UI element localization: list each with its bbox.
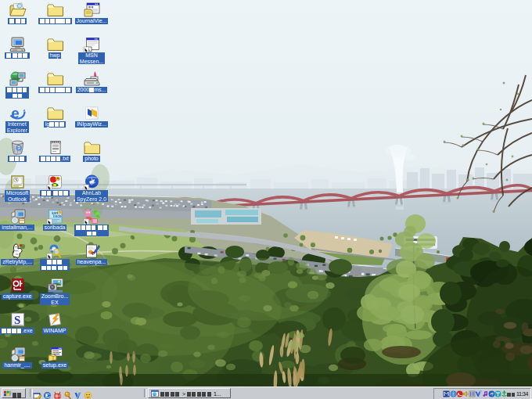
svg-text:S: S <box>14 314 20 326</box>
svg-text:A: A <box>457 392 460 397</box>
